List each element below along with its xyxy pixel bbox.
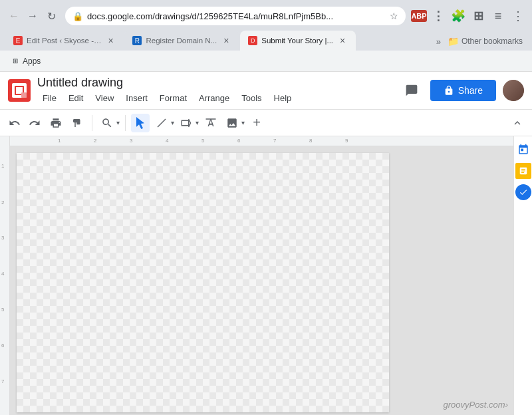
bookmark-apps[interactable]: ⊞ Apps xyxy=(5,55,46,68)
ext-icon-3[interactable]: ⊞ xyxy=(469,7,487,25)
top-ruler-mark-5: 5 xyxy=(201,138,204,144)
avatar-image xyxy=(503,80,524,101)
watermark: groovyPost.com› xyxy=(443,400,508,410)
tab-favicon-edit: E xyxy=(13,36,23,45)
print-button[interactable] xyxy=(47,114,65,132)
document-menu: File Edit View Insert Format Arrange Too… xyxy=(37,91,400,105)
menu-file[interactable]: File xyxy=(37,91,62,105)
tab-close-submit[interactable]: × xyxy=(337,35,348,46)
tab-close-register[interactable]: × xyxy=(221,35,231,46)
notes-sidebar-icon[interactable] xyxy=(515,163,531,179)
image-arrow-icon[interactable]: ▾ xyxy=(241,119,245,126)
canvas-main: 1 2 3 4 5 6 7 8 9 groovyPost.com› xyxy=(10,136,513,415)
tasks-sidebar-icon[interactable] xyxy=(515,184,531,200)
collapse-toolbar-button[interactable] xyxy=(508,114,527,132)
zoom-arrow-icon[interactable]: ▾ xyxy=(116,119,120,126)
comment-button[interactable] xyxy=(400,78,424,102)
share-label: Share xyxy=(458,85,483,96)
nav-buttons: ← → ↻ xyxy=(5,7,60,25)
menu-edit[interactable]: Edit xyxy=(63,91,88,105)
shape-tool-button[interactable] xyxy=(177,114,196,132)
menu-arrange[interactable]: Arrange xyxy=(194,91,235,105)
reload-button[interactable]: ↻ xyxy=(43,7,60,25)
ruler-mark-2: 2 xyxy=(1,200,4,206)
zoom-group: ▾ xyxy=(98,114,120,132)
canvas-area: 1 2 3 4 5 6 7 1 2 3 4 5 6 7 8 9 xyxy=(0,136,532,415)
svg-marker-2 xyxy=(189,119,191,127)
image-tool-button[interactable] xyxy=(223,114,241,132)
line-tool-button[interactable] xyxy=(152,114,171,132)
ruler-mark-7: 7 xyxy=(1,378,4,384)
tab-favicon-register: R xyxy=(132,36,142,45)
drawings-logo xyxy=(8,79,31,102)
share-button[interactable]: Share xyxy=(430,80,496,101)
menu-insert[interactable]: Insert xyxy=(120,91,153,105)
top-ruler-mark-2: 2 xyxy=(94,138,96,144)
toolbar-separator-1 xyxy=(92,115,92,131)
svg-rect-3 xyxy=(206,118,216,120)
top-ruler-mark-3: 3 xyxy=(130,138,132,144)
top-ruler-mark-7: 7 xyxy=(273,138,276,144)
tab-register[interactable]: R Register Domain N... × xyxy=(124,31,239,51)
tab-close-edit[interactable]: × xyxy=(105,35,116,46)
folder-icon: 📁 xyxy=(448,36,459,47)
ext-icon-2[interactable]: 🧩 xyxy=(450,7,467,25)
shape-group: ▾ xyxy=(177,114,199,132)
shape-arrow-icon[interactable]: ▾ xyxy=(196,119,199,126)
add-tool-button[interactable]: + xyxy=(247,114,266,132)
tab-active[interactable]: D Submit Your Story |... × xyxy=(240,31,356,51)
line-group: ▾ xyxy=(152,114,174,132)
ruler-mark-6: 6 xyxy=(1,343,4,348)
calendar-sidebar-icon[interactable] xyxy=(515,142,531,158)
bookmark-star-icon[interactable]: ☆ xyxy=(390,11,398,21)
document-title[interactable]: Untitled drawing xyxy=(37,76,400,90)
browser-chrome: ← → ↻ 🔒 docs.google.com/drawings/d/12596… xyxy=(0,0,532,72)
top-ruler-mark-8: 8 xyxy=(309,138,312,144)
canvas-scroll-area[interactable]: groovyPost.com› xyxy=(10,146,513,415)
ruler-mark-4: 4 xyxy=(1,271,4,277)
top-ruler-mark-1: 1 xyxy=(58,138,61,144)
comment-icon xyxy=(405,84,418,97)
undo-button[interactable] xyxy=(5,114,24,132)
ruler-mark-3: 3 xyxy=(1,235,4,241)
drawing-canvas[interactable] xyxy=(17,153,389,412)
right-sidebar xyxy=(513,136,532,415)
top-ruler: 1 2 3 4 5 6 7 8 9 xyxy=(10,136,513,146)
browser-topbar: ← → ↻ 🔒 docs.google.com/drawings/d/12596… xyxy=(0,0,532,27)
other-bookmarks[interactable]: 📁 Other bookmarks xyxy=(444,35,527,48)
browser-menu-button[interactable]: ⋮ xyxy=(509,6,527,26)
back-button[interactable]: ← xyxy=(5,7,23,25)
tab-edit-post[interactable]: E Edit Post ‹ Skyose -… × xyxy=(5,31,124,51)
paint-format-button[interactable] xyxy=(68,114,86,132)
ext-icon-4[interactable]: ≡ xyxy=(489,7,507,25)
zoom-button[interactable] xyxy=(98,114,116,132)
redo-button[interactable] xyxy=(25,114,44,132)
abp-extension-icon[interactable]: ABP xyxy=(411,10,427,22)
more-tabs-button[interactable]: » xyxy=(436,37,441,47)
textbox-tool-button[interactable] xyxy=(201,114,220,132)
menu-help[interactable]: Help xyxy=(269,91,297,105)
address-text: docs.google.com/drawings/d/1259625TE4La/… xyxy=(87,11,386,21)
browser-tabs: E Edit Post ‹ Skyose -… × R Register Dom… xyxy=(0,27,532,51)
forward-button[interactable]: → xyxy=(24,7,41,25)
header-right: Share xyxy=(400,78,524,102)
menu-format[interactable]: Format xyxy=(154,91,192,105)
tab-label-register: Register Domain N... xyxy=(146,37,217,45)
line-arrow-icon[interactable]: ▾ xyxy=(171,119,174,126)
select-tool-button[interactable] xyxy=(131,114,150,132)
menu-tools[interactable]: Tools xyxy=(236,91,267,105)
user-avatar[interactable] xyxy=(503,80,524,101)
other-bookmarks-label: Other bookmarks xyxy=(462,37,523,46)
tab-favicon-active: D xyxy=(248,36,257,45)
apps-bookmark-label: Apps xyxy=(23,57,41,66)
menu-view[interactable]: View xyxy=(90,91,119,105)
svg-rect-1 xyxy=(182,120,189,126)
apps-bookmark-icon: ⊞ xyxy=(11,57,20,66)
top-ruler-mark-6: 6 xyxy=(237,138,240,144)
app-body: Untitled drawing File Edit View Insert F… xyxy=(0,72,532,415)
document-title-area: Untitled drawing File Edit View Insert F… xyxy=(37,76,400,105)
address-bar[interactable]: 🔒 docs.google.com/drawings/d/1259625TE4L… xyxy=(65,7,406,25)
tab-label-edit: Edit Post ‹ Skyose -… xyxy=(27,37,101,45)
image-group: ▾ xyxy=(223,114,245,132)
ext-icon-1[interactable]: ⋮ xyxy=(430,7,447,25)
